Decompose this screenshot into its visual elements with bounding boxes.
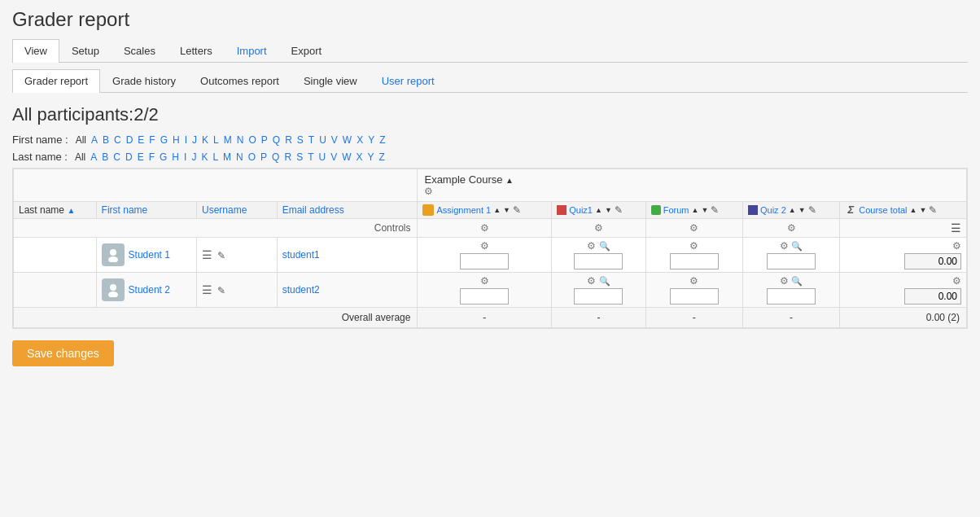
ln-W[interactable]: W [342,151,351,163]
fn-L[interactable]: L [213,134,219,146]
fn-H[interactable]: H [173,134,180,146]
col-firstname[interactable]: First name [96,202,196,219]
ln-X[interactable]: X [357,151,363,163]
student2-quiz1-search[interactable]: 🔍 [599,276,610,286]
student1-edit-icon[interactable]: ✎ [217,250,225,261]
forum-controls-gear[interactable]: ⚙ [689,222,698,234]
ln-H[interactable]: H [172,151,179,163]
tab-view[interactable]: View [12,39,59,63]
fn-C[interactable]: C [114,134,121,146]
student1-assignment1-gear[interactable]: ⚙ [480,240,489,252]
col-email[interactable]: Email address [277,202,418,219]
student1-forum-input[interactable] [670,253,719,269]
ln-J[interactable]: J [191,151,196,163]
ln-A[interactable]: A [90,151,97,163]
student2-quiz1-gear[interactable]: ⚙ [587,275,596,287]
student2-quiz2-input[interactable] [767,288,816,305]
student2-username-link[interactable]: student2 [282,284,320,296]
firstname-sort-link[interactable]: First name [102,204,148,216]
student1-quiz1-input[interactable] [574,253,623,269]
student1-assignment1-input[interactable] [460,253,509,269]
ln-N[interactable]: N [236,151,243,163]
ln-T[interactable]: T [308,151,313,163]
fn-U[interactable]: U [319,134,326,146]
ln-U[interactable]: U [318,151,326,163]
ln-S[interactable]: S [296,151,303,163]
student2-forum-gear[interactable]: ⚙ [689,275,698,287]
tab-grader-report[interactable]: Grader report [12,69,100,93]
total-controls-docs-icon[interactable]: ☰ [951,221,961,234]
ln-Y[interactable]: Y [368,151,374,163]
fn-W[interactable]: W [343,134,352,146]
fn-X[interactable]: X [357,134,363,146]
ln-M[interactable]: M [223,151,231,163]
student1-quiz2-input[interactable] [767,253,816,269]
ln-G[interactable]: G [160,151,167,163]
tab-export[interactable]: Export [279,39,335,62]
ln-B[interactable]: B [102,151,108,163]
student2-name-link[interactable]: Student 2 [129,284,170,296]
student2-total-gear[interactable]: ⚙ [952,275,961,287]
student1-forum-gear[interactable]: ⚙ [689,240,698,252]
quiz2-link[interactable]: Quiz 2 [760,205,786,215]
fn-P[interactable]: P [261,134,268,146]
username-sort-link[interactable]: Username [202,204,247,216]
save-button[interactable]: Save changes [12,340,114,366]
student2-quiz2-gear[interactable]: ⚙ [780,275,789,287]
fn-V[interactable]: V [331,134,338,146]
student1-quiz2-gear[interactable]: ⚙ [780,240,789,252]
tab-single-view[interactable]: Single view [291,69,370,92]
quiz2-controls-gear[interactable]: ⚙ [787,222,796,234]
tab-setup[interactable]: Setup [59,39,112,62]
fn-Y[interactable]: Y [368,134,374,146]
student1-total-gear[interactable]: ⚙ [952,240,961,252]
fn-R[interactable]: R [285,134,292,146]
student1-report-icon[interactable]: ☰ [202,248,212,261]
student1-username-link[interactable]: student1 [282,249,320,261]
student1-total-input[interactable] [904,253,961,269]
forum-link[interactable]: Forum [663,205,689,215]
email-sort-link[interactable]: Email address [282,204,344,216]
course-name-link[interactable]: Example Course [424,173,502,186]
fn-A[interactable]: A [91,134,98,146]
course-gear-icon[interactable]: ⚙ [424,186,433,197]
student1-quiz1-search[interactable]: 🔍 [599,241,610,251]
total-edit-icon[interactable]: ✎ [929,204,937,216]
fn-N[interactable]: N [237,134,244,146]
student2-forum-input[interactable] [670,288,719,305]
col-lastname[interactable]: Last name ▲ [14,202,97,219]
ln-O[interactable]: O [248,151,256,163]
student2-assignment1-input[interactable] [460,288,509,305]
tab-outcomes-report[interactable]: Outcomes report [188,69,291,92]
lastname-all[interactable]: All [75,151,85,163]
student2-quiz2-search[interactable]: 🔍 [791,276,803,286]
fn-S[interactable]: S [297,134,304,146]
ln-C[interactable]: C [113,151,120,163]
ln-I[interactable]: I [184,151,186,163]
fn-J[interactable]: J [192,134,197,146]
assignment1-edit-icon[interactable]: ✎ [513,204,521,216]
ln-K[interactable]: K [201,151,208,163]
ln-L[interactable]: L [212,151,218,163]
col-username[interactable]: Username [196,202,277,219]
assignment1-link[interactable]: Assignment 1 [436,205,491,215]
fn-B[interactable]: B [103,134,109,146]
student1-name-link[interactable]: Student 1 [129,249,170,261]
ln-D[interactable]: D [125,151,133,163]
fn-M[interactable]: M [224,134,232,146]
ln-P[interactable]: P [260,151,267,163]
ln-Q[interactable]: Q [272,151,279,163]
student2-quiz1-input[interactable] [574,288,623,305]
fn-O[interactable]: O [248,134,256,146]
firstname-all[interactable]: All [76,134,86,146]
fn-F[interactable]: F [149,134,155,146]
tab-import[interactable]: Import [225,39,279,62]
fn-K[interactable]: K [202,134,208,146]
student2-report-icon[interactable]: ☰ [202,283,212,296]
coursetotal-link[interactable]: Course total [859,205,907,215]
tab-scales[interactable]: Scales [112,39,168,62]
quiz1-link[interactable]: Quiz1 [569,205,593,215]
quiz1-controls-gear[interactable]: ⚙ [594,222,603,234]
fn-D[interactable]: D [126,134,133,146]
quiz1-edit-icon[interactable]: ✎ [615,204,623,216]
